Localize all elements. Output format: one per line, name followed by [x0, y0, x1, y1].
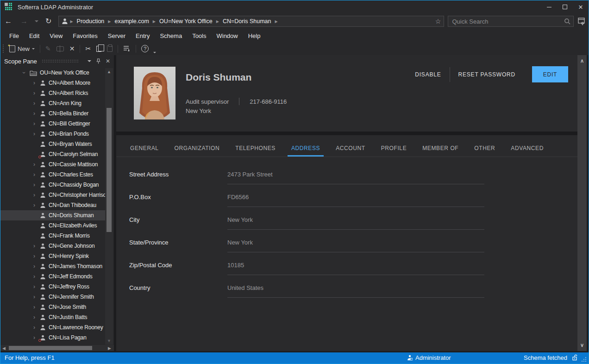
- tree-item[interactable]: ›CN=Henry Spink: [0, 251, 105, 261]
- tree-hscrollbar-thumb[interactable]: [9, 346, 92, 350]
- expand-chevron-icon[interactable]: ›: [31, 182, 38, 188]
- expand-chevron-icon[interactable]: ›: [31, 314, 38, 320]
- field-value[interactable]: New York: [227, 216, 253, 223]
- expand-chevron-icon[interactable]: ›: [31, 324, 38, 331]
- tab-telephones[interactable]: TELEPHONES: [234, 139, 276, 157]
- expand-chevron-icon[interactable]: ›: [31, 120, 38, 127]
- edit-entry-button[interactable]: ✎: [43, 43, 54, 54]
- scope-pane-drag-handle[interactable]: [42, 59, 78, 63]
- field-value[interactable]: FD6566: [227, 194, 249, 201]
- expand-chevron-icon[interactable]: ›: [31, 90, 38, 96]
- tree-item[interactable]: ›CN=Ann King: [0, 98, 105, 108]
- expand-chevron-icon[interactable]: ›: [31, 100, 38, 107]
- toolbar-grip[interactable]: [2, 44, 5, 53]
- tree-item[interactable]: ›CN=Chassidy Bogan: [0, 180, 105, 190]
- scope-pane-menu-icon[interactable]: [88, 60, 91, 62]
- tree-item[interactable]: CN=Doris Shuman: [0, 210, 105, 220]
- refresh-icon[interactable]: ↻: [41, 18, 56, 25]
- pin-icon[interactable]: [96, 58, 101, 64]
- search-panel-icon[interactable]: [577, 17, 586, 25]
- menu-item-view[interactable]: View: [44, 30, 68, 42]
- tree-item[interactable]: ›CN=Cassie Mattison: [0, 159, 105, 169]
- tree-item[interactable]: ›CN=Gene Johnson: [0, 241, 105, 251]
- menu-item-server[interactable]: Server: [103, 30, 131, 42]
- field-value[interactable]: United States: [227, 284, 263, 291]
- quick-search-input[interactable]: [451, 18, 564, 25]
- expand-chevron-icon[interactable]: ›: [31, 283, 38, 290]
- reset-password-button[interactable]: RESET PASSWORD: [450, 71, 524, 78]
- scroll-right-icon[interactable]: ▶: [108, 345, 111, 351]
- expand-chevron-icon[interactable]: ›: [31, 253, 38, 259]
- breadcrumb[interactable]: ▶Production▶example.com▶OU=New York Offi…: [58, 16, 444, 27]
- breadcrumb-item[interactable]: CN=Doris Shuman: [221, 18, 273, 25]
- back-icon[interactable]: ←: [0, 18, 16, 25]
- tab-address[interactable]: ADDRESS: [290, 139, 321, 157]
- expand-chevron-icon[interactable]: ›: [31, 263, 38, 270]
- tree-item[interactable]: ›CN=Lawrence Rooney: [0, 322, 105, 333]
- breadcrumb-item[interactable]: OU=New York Office: [157, 18, 214, 25]
- tree-item[interactable]: ›CN=Jose Smith: [0, 302, 105, 312]
- scope-pane-close-icon[interactable]: ✕: [106, 58, 110, 64]
- field-value[interactable]: New York: [227, 239, 253, 246]
- content-vertical-scrollbar[interactable]: ∧ ∨: [577, 55, 587, 351]
- tree-item[interactable]: ›CN=Albert Ricks: [0, 88, 105, 98]
- breadcrumb-item[interactable]: example.com: [113, 18, 150, 25]
- tree-item[interactable]: ›CN=Charles Estes: [0, 169, 105, 180]
- tree-vertical-scrollbar[interactable]: ▲ ▼: [105, 68, 113, 345]
- entry-properties-button[interactable]: [120, 43, 133, 54]
- scroll-up-icon[interactable]: ∧: [577, 58, 587, 64]
- scroll-down-icon[interactable]: ∨: [577, 342, 587, 348]
- tree-item[interactable]: CN=Carolyn Selman: [0, 149, 105, 159]
- tree-item[interactable]: ›CN=Brian Ponds: [0, 129, 105, 139]
- tab-organization[interactable]: ORGANIZATION: [174, 139, 221, 157]
- rename-entry-button[interactable]: [54, 43, 67, 54]
- scroll-up-icon[interactable]: ▲: [105, 69, 113, 74]
- tree-item[interactable]: ›CN=Christopher Harrison: [0, 190, 105, 200]
- tree-item[interactable]: ›CN=Lisa Pagan: [0, 333, 105, 343]
- expand-chevron-icon[interactable]: ›: [31, 110, 38, 117]
- tree-item[interactable]: CN=Bryan Waters: [0, 139, 105, 149]
- paste-button[interactable]: [104, 43, 115, 54]
- expand-chevron-icon[interactable]: ›: [31, 304, 38, 310]
- expand-chevron-icon[interactable]: ›: [31, 273, 38, 280]
- tree-item[interactable]: CN=Frank Morris: [0, 231, 105, 241]
- history-dropdown-icon[interactable]: [35, 20, 38, 22]
- tree-item[interactable]: ›CN=Bella Binder: [0, 108, 105, 119]
- new-entry-button[interactable]: ✦ New: [6, 43, 38, 54]
- menu-item-window[interactable]: Window: [211, 30, 243, 42]
- scroll-left-icon[interactable]: ◀: [2, 345, 6, 351]
- tree-item[interactable]: ›CN=Jennifer Smith: [0, 292, 105, 302]
- field-value[interactable]: 2473 Park Street: [227, 171, 273, 178]
- maximize-button[interactable]: [557, 0, 573, 13]
- menu-item-favorites[interactable]: Favorites: [68, 30, 102, 42]
- expand-chevron-icon[interactable]: ›: [31, 192, 38, 198]
- expand-chevron-icon[interactable]: ›: [31, 80, 38, 86]
- tab-profile[interactable]: PROFILE: [380, 139, 408, 157]
- scroll-down-icon[interactable]: ▼: [105, 339, 113, 343]
- tab-account[interactable]: ACCOUNT: [335, 139, 366, 157]
- toolbar-overflow-icon[interactable]: [153, 52, 156, 53]
- tree-item[interactable]: ›OU=New York Office: [0, 68, 105, 78]
- tab-other[interactable]: OTHER: [473, 139, 496, 157]
- menu-item-file[interactable]: File: [4, 30, 24, 42]
- expand-chevron-icon[interactable]: ›: [31, 131, 38, 137]
- cut-button[interactable]: ✂: [82, 43, 94, 54]
- edit-button[interactable]: EDIT: [532, 66, 568, 82]
- tree-item[interactable]: ›CN=Albert Moore: [0, 78, 105, 88]
- menu-item-schema[interactable]: Schema: [155, 30, 187, 42]
- tree-item[interactable]: ›CN=Jeffrey Ross: [0, 282, 105, 292]
- minimize-button[interactable]: [541, 0, 557, 13]
- tree-item[interactable]: ›CN=Justin Batts: [0, 312, 105, 322]
- expand-chevron-icon[interactable]: ›: [31, 294, 38, 300]
- menu-item-edit[interactable]: Edit: [24, 30, 44, 42]
- collapse-chevron-icon[interactable]: ›: [21, 69, 27, 76]
- window-resize-grip[interactable]: [582, 357, 586, 362]
- favorite-star-icon[interactable]: ☆: [435, 18, 441, 25]
- tree-horizontal-scrollbar[interactable]: ◀ ▶: [0, 345, 114, 351]
- delete-entry-button[interactable]: ✕: [67, 43, 78, 54]
- quick-search-box[interactable]: [448, 16, 574, 27]
- new-dropdown-icon[interactable]: [32, 48, 35, 50]
- forward-icon[interactable]: →: [16, 18, 32, 25]
- tree-item[interactable]: CN=Elizabeth Aviles: [0, 220, 105, 231]
- breadcrumb-item[interactable]: Production: [75, 18, 107, 25]
